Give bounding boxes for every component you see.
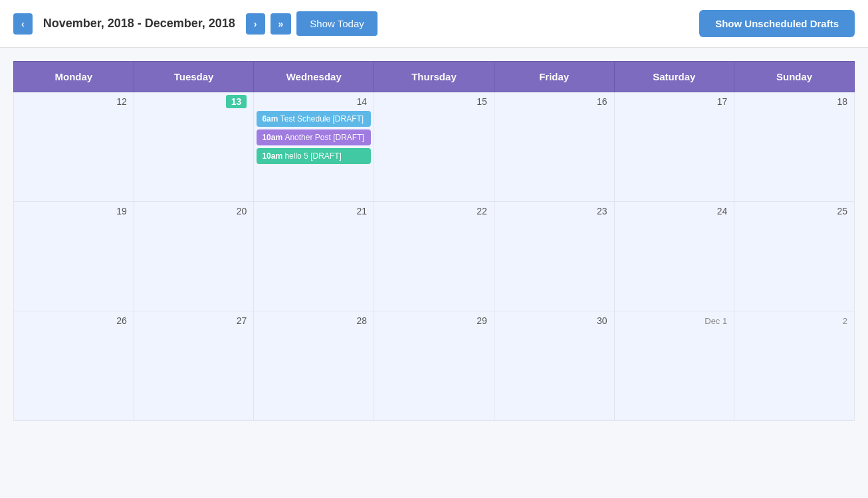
day-number: 14 [254,92,374,110]
nav-section: ‹ November, 2018 - December, 2018 › » Sh… [13,11,378,36]
day-number: 21 [254,202,374,219]
day-cell-w0-d5[interactable]: 17 [614,92,734,202]
event-0-2-0[interactable]: 6am Test Schedule [DRAFT] [257,111,371,127]
day-events-w0-d2: 6am Test Schedule [DRAFT]10am Another Po… [254,110,374,168]
day-number: 16 [494,92,614,110]
day-cell-w2-d5[interactable]: Dec 1 [614,311,734,421]
header-monday: Monday [14,62,134,92]
day-cell-w1-d3[interactable]: 22 [374,202,494,311]
day-number: 20 [134,202,254,219]
drafts-section: Show Unscheduled Drafts [699,10,855,37]
day-number: 17 [615,92,734,110]
day-number: 24 [615,202,734,219]
day-cell-w0-d4[interactable]: 16 [494,92,614,202]
header-friday: Friday [494,62,614,92]
day-number: 29 [374,311,494,329]
top-bar: ‹ November, 2018 - December, 2018 › » Sh… [0,0,868,48]
event-0-2-2[interactable]: 10am hello 5 [DRAFT] [257,148,371,164]
calendar-header: MondayTuesdayWednesdayThursdayFridaySatu… [14,62,855,92]
day-number: 27 [134,311,254,329]
day-cell-w2-d4[interactable]: 30 [494,311,614,421]
day-number: 19 [14,202,134,219]
show-drafts-button[interactable]: Show Unscheduled Drafts [699,10,855,37]
week-row-0: 1213146am Test Schedule [DRAFT]10am Anot… [14,92,855,202]
day-cell-w1-d5[interactable]: 24 [614,202,734,311]
day-cell-w1-d6[interactable]: 25 [734,202,855,311]
header-sunday: Sunday [734,62,855,92]
day-number: 30 [494,311,614,329]
day-cell-w2-d1[interactable]: 27 [134,311,254,421]
day-cell-w0-d1[interactable]: 13 [134,92,254,202]
next-button[interactable]: › [246,13,265,35]
day-cell-w0-d3[interactable]: 15 [374,92,494,202]
day-cell-w1-d2[interactable]: 21 [254,202,374,311]
day-number: Dec 1 [615,311,734,329]
header-tuesday: Tuesday [134,62,254,92]
header-row: MondayTuesdayWednesdayThursdayFridaySatu… [14,62,855,92]
day-cell-w0-d0[interactable]: 12 [14,92,134,202]
day-cell-w0-d2[interactable]: 146am Test Schedule [DRAFT]10am Another … [254,92,374,202]
day-number: 26 [14,311,134,329]
day-number: 23 [494,202,614,219]
event-0-2-1[interactable]: 10am Another Post [DRAFT] [257,129,371,145]
day-number: 15 [374,92,494,110]
prev-button[interactable]: ‹ [13,13,33,35]
day-cell-w2-d3[interactable]: 29 [374,311,494,421]
day-number: 25 [734,202,854,219]
header-saturday: Saturday [614,62,734,92]
calendar-table: MondayTuesdayWednesdayThursdayFridaySatu… [13,61,855,421]
day-cell-w0-d6[interactable]: 18 [734,92,855,202]
day-number: 2 [734,311,854,329]
day-cell-w2-d2[interactable]: 28 [254,311,374,421]
show-today-button[interactable]: Show Today [296,11,377,36]
day-number: 28 [254,311,374,329]
calendar-body: 1213146am Test Schedule [DRAFT]10am Anot… [14,92,855,421]
day-cell-w1-d4[interactable]: 23 [494,202,614,311]
calendar-container: MondayTuesdayWednesdayThursdayFridaySatu… [0,48,868,434]
day-number: 22 [374,202,494,219]
day-cell-w2-d0[interactable]: 26 [14,311,134,421]
day-number: 18 [734,92,854,110]
next-next-button[interactable]: » [271,13,292,35]
date-range: November, 2018 - December, 2018 [43,17,235,31]
day-number: 13 [134,92,254,110]
header-wednesday: Wednesday [254,62,374,92]
week-row-1: 19202122232425 [14,202,855,311]
day-cell-w2-d6[interactable]: 2 [734,311,855,421]
day-number: 12 [14,92,134,110]
week-row-2: 2627282930Dec 12 [14,311,855,421]
day-cell-w1-d1[interactable]: 20 [134,202,254,311]
day-cell-w1-d0[interactable]: 19 [14,202,134,311]
header-thursday: Thursday [374,62,494,92]
